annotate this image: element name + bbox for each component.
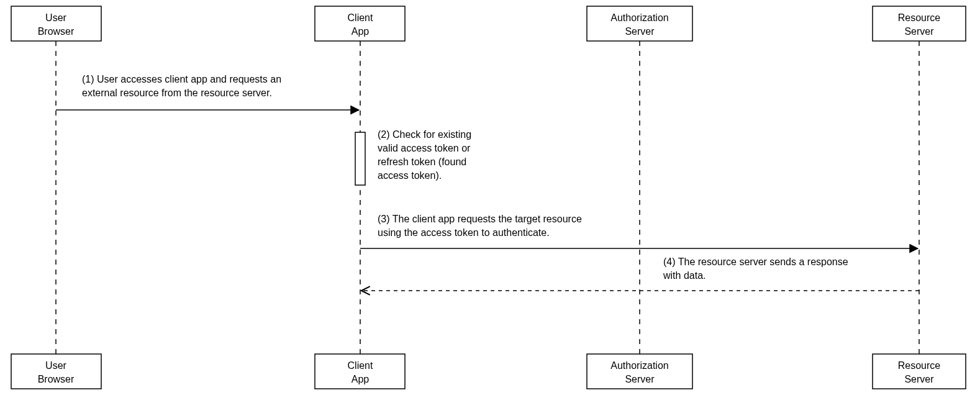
- message-text: (4) The resource server sends a response: [663, 257, 848, 267]
- participant-label: Server: [625, 26, 655, 37]
- participant-bottom-client: Client App: [315, 354, 405, 389]
- participant-top-authz: Authorization Server: [587, 6, 692, 41]
- message-text: access token).: [378, 170, 442, 181]
- participant-label: Authorization: [610, 360, 668, 371]
- message-text: (1) User accesses client app and request…: [82, 74, 281, 84]
- participant-label: Browser: [38, 26, 75, 37]
- message-2: (2) Check for existing valid access toke…: [355, 129, 471, 185]
- participant-label: Server: [904, 374, 934, 384]
- participant-bottom-user: User Browser: [11, 354, 101, 389]
- participant-label: Client: [348, 12, 373, 23]
- message-text: external resource from the resource serv…: [82, 88, 272, 98]
- participant-label: App: [352, 374, 370, 384]
- participant-label: Client: [348, 360, 373, 371]
- message-text: valid access token or: [378, 143, 471, 153]
- participant-label: Browser: [38, 374, 75, 384]
- participant-label: Resource: [898, 360, 941, 371]
- participant-top-client: Client App: [315, 6, 405, 41]
- sequence-diagram: User Browser Client App Authorization Se…: [0, 0, 980, 395]
- message-text: with data.: [663, 270, 706, 281]
- message-text: refresh token (found: [378, 157, 466, 167]
- participant-bottom-authz: Authorization Server: [587, 354, 692, 389]
- participant-label: User: [45, 360, 66, 371]
- activation-bar: [355, 132, 365, 185]
- message-4: (4) The resource server sends a response…: [361, 257, 919, 291]
- participant-bottom-res: Resource Server: [873, 354, 966, 389]
- participant-top-user: User Browser: [11, 6, 101, 41]
- participant-label: App: [352, 26, 370, 37]
- participant-top-res: Resource Server: [873, 6, 966, 41]
- participant-label: Resource: [898, 12, 941, 23]
- participant-label: User: [45, 12, 66, 23]
- message-1: (1) User accesses client app and request…: [56, 74, 359, 110]
- message-3: (3) The client app requests the target r…: [360, 214, 918, 248]
- participant-label: Server: [904, 26, 934, 37]
- message-text: (2) Check for existing: [378, 129, 471, 140]
- participant-label: Authorization: [610, 12, 668, 23]
- message-text: (3) The client app requests the target r…: [378, 214, 582, 224]
- participant-label: Server: [625, 374, 655, 384]
- message-text: using the access token to authenticate.: [378, 227, 550, 238]
